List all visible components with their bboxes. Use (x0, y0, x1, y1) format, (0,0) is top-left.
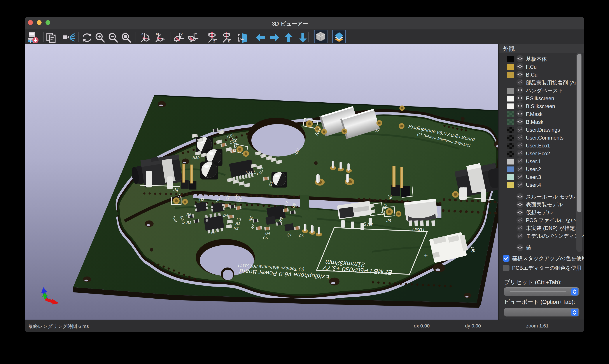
svg-text:X: X (156, 32, 158, 36)
svg-text:Z: Z (228, 39, 230, 43)
svg-text:+: + (424, 252, 428, 259)
svg-text:C6: C6 (299, 234, 304, 238)
svg-text:SW1: SW1 (363, 221, 373, 227)
svg-text:J2: J2 (374, 127, 380, 133)
svg-text:Y: Y (181, 32, 183, 36)
svg-text:Z: Z (213, 39, 215, 43)
svg-text:R1: R1 (235, 221, 240, 226)
svg-text:R3: R3 (186, 221, 192, 225)
svg-text:R10: R10 (193, 155, 200, 160)
svg-text:C5: C5 (263, 236, 268, 240)
svg-text:USB1: USB1 (412, 227, 425, 233)
svg-text:C1: C1 (237, 217, 242, 221)
svg-text:D4: D4 (223, 213, 228, 218)
svg-text:J6: J6 (386, 218, 391, 223)
svg-text:Y: Y (195, 32, 197, 36)
svg-text:R6: R6 (186, 213, 192, 217)
svg-text:Q1: Q1 (286, 233, 292, 237)
svg-text:J4: J4 (173, 187, 179, 193)
svg-text:U7: U7 (253, 169, 259, 175)
svg-text:R2: R2 (234, 226, 239, 231)
svg-text:U6: U6 (470, 246, 476, 253)
svg-text:U1: U1 (211, 231, 216, 235)
svg-text:R23: R23 (246, 170, 253, 175)
svg-text:X: X (141, 32, 143, 36)
svg-text:U4: U4 (265, 232, 270, 236)
